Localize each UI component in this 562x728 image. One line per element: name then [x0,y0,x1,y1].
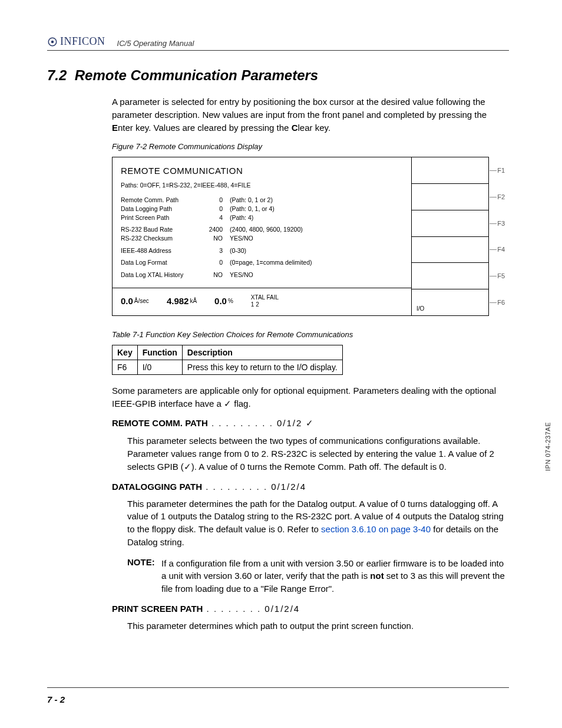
param-row: Data Logging Path0(Path: 0, 1, or 4) [121,205,403,213]
def-print-head: PRINT SCREEN PATH . . . . . . . . 0/1/2/… [112,604,509,614]
section-heading: 7.2 Remote Communication Parameters [47,67,509,84]
xtal-fail: XTAL FAIL 1 2 [251,294,279,308]
softkey-column: F1 F2 F3 F4 F5 I/O F6 [412,157,488,315]
table-row: F6 I/0 Press this key to return to the I… [113,360,343,374]
param-row: Data Log Format0(0=page, 1=comma delimit… [121,258,403,267]
function-key-table: Key Function Description F6 I/0 Press th… [112,345,343,375]
page-header: INFICON IC/5 Operating Manual [47,35,509,51]
softkey-f3[interactable]: F3 [412,210,488,237]
brand-name: INFICON [60,35,105,48]
paths-legend: Paths: 0=OFF, 1=RS-232, 2=IEEE-488, 4=FI… [121,182,403,189]
page-number: 7 - 2 [47,694,65,704]
param-row: RS-232 ChecksumNOYES/NO [121,234,403,243]
param-row: RS-232 Baud Rate2400(2400, 4800, 9600, 1… [121,225,403,234]
def-remote-head: REMOTE COMM. PATH . . . . . . . . . 0/1/… [112,418,509,429]
def-datalog-head: DATALOGGING PATH . . . . . . . . . 0/1/2… [112,482,509,492]
status-bar: 0.0Å/sec 4.982kÅ 0.0% XTAL FAIL 1 2 [113,288,411,315]
param-row: Remote Comm. Path0(Path: 0, 1 or 2) [121,196,403,205]
def-remote-body: This parameter selects between the two t… [112,434,509,473]
section-title-text: Remote Communication Parameters [75,67,318,83]
footer-rule [47,687,509,688]
screen-title: REMOTE COMMUNICATION [121,166,403,176]
body-content: A parameter is selected for entry by pos… [47,95,509,633]
softkey-f5[interactable]: F5 [412,263,488,289]
th-key: Key [113,345,138,360]
ipn-code: IPN 074-237AE [544,422,551,471]
th-function: Function [137,345,182,360]
softkey-f1[interactable]: F1 [412,157,488,184]
datalog-note: NOTE: If a configuration file from a uni… [112,557,509,595]
table-caption: Table 7-1 Function Key Selection Choices… [112,330,509,339]
intro-paragraph: A parameter is selected for entry by pos… [112,95,509,134]
screen-panel: REMOTE COMMUNICATION Paths: 0=OFF, 1=RS-… [113,157,412,315]
logo-icon [47,37,58,47]
section-number: 7.2 [47,67,67,83]
cross-ref-link[interactable]: section 3.6.10 on page 3-40 [321,524,431,534]
def-datalog-body: This parameter determines the path for t… [112,498,509,549]
after-table-note: Some parameters are applicable only for … [112,384,509,410]
manual-title: IC/5 Operating Manual [117,39,194,48]
param-row: IEEE-488 Address3(0-30) [121,246,403,255]
svg-point-1 [51,40,54,43]
th-description: Description [182,345,342,360]
figure-caption: Figure 7-2 Remote Communications Display [112,142,509,151]
figure-7-2: REMOTE COMMUNICATION Paths: 0=OFF, 1=RS-… [112,157,509,316]
softkey-f4[interactable]: F4 [412,237,488,263]
param-row: Print Screen Path4(Path: 4) [121,213,403,222]
softkey-f2[interactable]: F2 [412,184,488,210]
brand-logo: INFICON [47,35,105,48]
def-print-body: This parameter determines which path to … [112,620,509,633]
softkey-f6[interactable]: I/O F6 [412,289,488,315]
param-row: Data Log XTAL HistoryNOYES/NO [121,271,403,279]
